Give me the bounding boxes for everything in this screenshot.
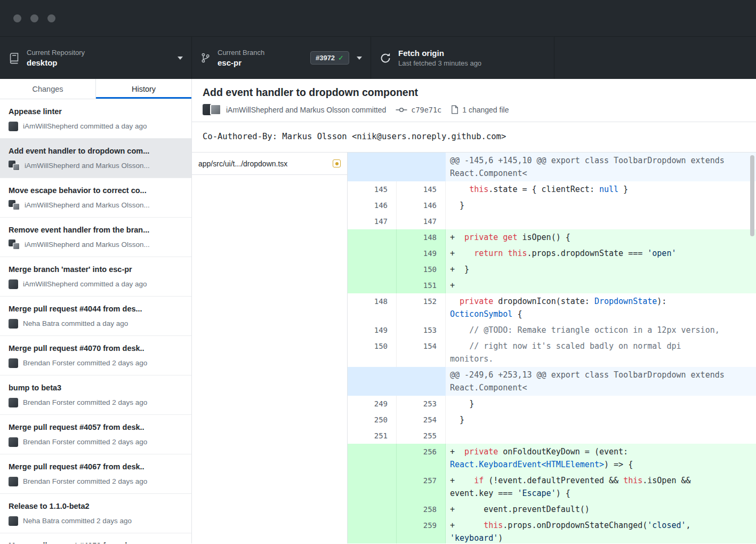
commit-sha-group: c79e71c — [396, 106, 441, 114]
commit-title: Merge pull request #4067 from desk.. — [9, 461, 183, 472]
repository-switcher[interactable]: Current Repository desktop — [0, 37, 192, 79]
commit-meta: iAmWillShepherd committed a day ago — [9, 279, 183, 289]
close-button[interactable] — [13, 14, 21, 22]
avatar — [9, 477, 18, 486]
diff-line: 145145 this.state = { clientRect: null } — [348, 181, 756, 197]
tab-changes[interactable]: Changes — [0, 79, 96, 99]
commit-meta: iAmWillShepherd committed a day ago — [9, 121, 183, 131]
avatar — [9, 200, 20, 210]
commit-summary-title: Add event handler to dropdown component — [203, 86, 747, 99]
avatar — [9, 398, 18, 407]
diff-line: 148+ private get isOpen() { — [348, 229, 756, 245]
diff-line: 149+ return this.props.dropdownState ===… — [348, 245, 756, 261]
branch-name: esc-pr — [218, 58, 264, 67]
avatar — [9, 516, 18, 526]
diff-hunk-header: @@ -249,6 +253,13 @@ export class Toolba… — [348, 367, 756, 396]
diff-line: 148152 private dropdownIcon(state: Dropd… — [348, 293, 756, 322]
diff-line: 150154 // right now it's scaled badly on… — [348, 338, 756, 367]
content-area: Changes History Appease linteriAmWillShe… — [0, 79, 756, 543]
commit-list-item[interactable]: bump to beta3Brendan Forster committed 2… — [0, 375, 191, 415]
commit-header: Add event handler to dropdown component … — [192, 79, 756, 122]
chevron-down-icon — [357, 57, 362, 60]
commit-meta: Neha Batra committed 2 days ago — [9, 516, 183, 526]
commit-title: bump to beta3 — [9, 382, 183, 393]
fetch-title: Fetch origin — [398, 49, 481, 58]
diff-line: 250254 } — [348, 412, 756, 428]
commit-list-item[interactable]: Add event handler to dropdown com...iAmW… — [0, 139, 191, 178]
commit-meta: Brendan Forster committed 2 days ago — [9, 397, 183, 407]
commit-list-item[interactable]: Merge pull request #4057 from desk..Bren… — [0, 415, 191, 454]
avatar — [9, 279, 18, 289]
changed-files-panel: app/src/ui/t.../dropdown.tsx — [192, 153, 348, 543]
commit-title: Add event handler to dropdown com... — [9, 146, 183, 156]
sidebar: Changes History Appease linteriAmWillShe… — [0, 79, 192, 543]
commit-list-item[interactable]: Merge pull request #4067 from desk..Bren… — [0, 454, 191, 494]
avatar — [9, 239, 20, 250]
check-icon: ✓ — [338, 54, 344, 62]
repo-book-icon — [9, 52, 20, 64]
commit-list-item[interactable]: Merge pull request #4044 from des...Neha… — [0, 297, 191, 336]
commit-meta: iAmWillShepherd and Markus Olsson... — [9, 161, 183, 171]
commit-title: Merge branch 'master' into esc-pr — [9, 264, 183, 275]
diff-line: 149153 // @TODO: Remake triangle octicon… — [348, 322, 756, 338]
commit-meta: Brendan Forster committed 2 days ago — [9, 437, 183, 447]
commit-meta: Brendan Forster committed 2 days ago — [9, 476, 183, 486]
diff-line: 146146 } — [348, 197, 756, 213]
file-modified-icon — [333, 159, 341, 167]
commit-meta-row: iAmWillShepherd and Markus Olsson commit… — [203, 104, 747, 115]
file-list-item[interactable]: app/src/ui/t.../dropdown.tsx — [192, 153, 347, 175]
commit-sha: c79e71c — [411, 106, 441, 114]
diff-line: 257+ if (!event.defaultPrevented && this… — [348, 473, 756, 501]
commit-title: Merge pull request #4057 from desk.. — [9, 422, 183, 433]
changed-files-count: 1 changed file — [462, 106, 509, 114]
commit-list-item[interactable]: Release to 1.1.0-beta2Neha Batra committ… — [0, 494, 191, 533]
diff-line: 249253 } — [348, 396, 756, 412]
commit-description: Co-Authored-By: Markus Olsson <niik@user… — [192, 122, 756, 153]
zoom-button[interactable] — [47, 14, 55, 22]
changed-files-group: 1 changed file — [451, 105, 509, 114]
tab-history[interactable]: History — [96, 79, 191, 99]
chevron-down-icon — [178, 57, 183, 60]
diff-line: 147147 — [348, 213, 756, 229]
commit-list-item[interactable]: Move escape behavior to correct co...iAm… — [0, 178, 191, 218]
commit-list-item[interactable]: Appease linteriAmWillShepherd committed … — [0, 99, 191, 139]
app-toolbar: Current Repository desktop Current Branc… — [0, 36, 756, 79]
diff-line: 150+ } — [348, 261, 756, 277]
commit-list: Appease linteriAmWillShepherd committed … — [0, 99, 191, 543]
commit-list-item[interactable]: Remove event handler from the bran...iAm… — [0, 218, 191, 257]
git-branch-icon — [200, 52, 211, 64]
diff-line: 258+ event.preventDefault() — [348, 501, 756, 517]
commit-list-item[interactable]: Merge pull request #4059 from d... — [0, 533, 191, 543]
commit-title: Appease linter — [9, 106, 183, 117]
commit-authors: iAmWillShepherd and Markus Olsson commit… — [226, 106, 386, 114]
commit-meta: iAmWillShepherd and Markus Olsson... — [9, 239, 183, 250]
commit-title: Remove event handler from the bran... — [9, 225, 183, 235]
repository-name: desktop — [27, 58, 85, 67]
diff-viewer: @@ -145,6 +145,10 @@ export class Toolba… — [348, 153, 756, 543]
pr-number-badge: #3972 ✓ — [310, 51, 349, 65]
avatar — [9, 358, 18, 368]
commit-title: Release to 1.1.0-beta2 — [9, 501, 183, 511]
avatar — [9, 437, 18, 447]
git-commit-icon — [396, 106, 407, 114]
file-path: app/src/ui/t.../dropdown.tsx — [198, 159, 287, 168]
commit-title: Merge pull request #4059 from d... — [9, 540, 183, 543]
avatar — [9, 122, 18, 131]
commit-meta: Neha Batra committed a day ago — [9, 318, 183, 329]
minimize-button[interactable] — [30, 14, 38, 22]
diff-area: app/src/ui/t.../dropdown.tsx @@ -145,6 +… — [192, 153, 756, 543]
toolbar-spacer — [554, 37, 756, 79]
repository-label: Current Repository — [27, 49, 85, 57]
diff-line: 251255 — [348, 428, 756, 444]
avatar — [9, 161, 20, 171]
diff-line: 151+ — [348, 277, 756, 293]
commit-list-item[interactable]: Merge pull request #4070 from desk..Bren… — [0, 336, 191, 375]
fetch-origin-button[interactable]: Fetch origin Last fetched 3 minutes ago — [371, 37, 554, 79]
commit-list-item[interactable]: Merge branch 'master' into esc-priAmWill… — [0, 257, 191, 297]
avatar — [9, 319, 18, 329]
fetch-subtitle: Last fetched 3 minutes ago — [398, 59, 481, 67]
author-avatars — [203, 104, 221, 115]
diff-scrollbar[interactable] — [750, 155, 754, 236]
diff-line: 259+ this.props.onDropdownStateChanged('… — [348, 517, 756, 543]
branch-switcher[interactable]: Current Branch esc-pr #3972 ✓ — [192, 37, 371, 79]
